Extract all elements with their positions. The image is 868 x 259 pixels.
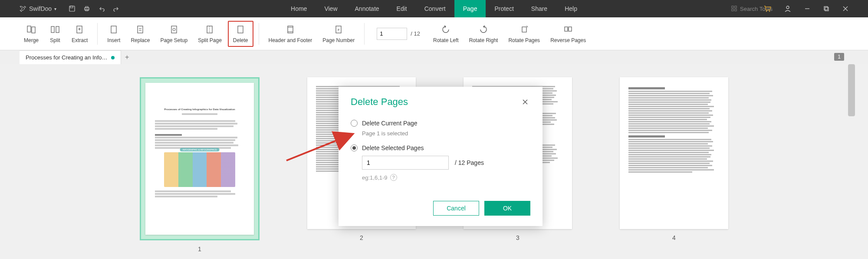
merge-button[interactable]: Merge [20, 22, 43, 46]
page-number-button[interactable]: # Page Number [318, 22, 359, 46]
header-footer-button[interactable]: Header and Footer [264, 22, 317, 46]
page-setup-button[interactable]: Page Setup [156, 22, 192, 46]
header-footer-icon [285, 24, 296, 35]
redo-icon[interactable] [113, 5, 120, 12]
scrollbar-thumb[interactable] [848, 64, 855, 116]
extract-button[interactable]: Extract [67, 22, 92, 46]
menu-share[interactable]: Share [523, 0, 556, 17]
radio-delete-current[interactable]: Delete Current Page [351, 120, 530, 127]
logo-icon: 🕊 [20, 5, 26, 13]
split-icon [50, 24, 60, 35]
svg-rect-20 [56, 26, 59, 33]
radio-icon [351, 120, 358, 127]
cart-icon[interactable] [763, 5, 771, 13]
svg-rect-34 [522, 27, 526, 32]
svg-rect-36 [569, 27, 572, 31]
svg-rect-5 [732, 6, 733, 8]
rotate-right-icon [478, 24, 489, 35]
pages-range-input[interactable] [362, 156, 449, 170]
tab-title: Processes for Creating an Info… [26, 54, 108, 61]
delete-icon [235, 24, 246, 35]
help-icon[interactable]: ? [390, 174, 397, 181]
rotate-left-icon [441, 24, 451, 35]
extract-icon [75, 24, 85, 35]
ok-button[interactable]: OK [484, 201, 530, 216]
svg-rect-7 [732, 9, 733, 11]
vertical-scrollbar[interactable] [848, 64, 855, 255]
menu-home[interactable]: Home [282, 0, 316, 17]
svg-point-9 [766, 11, 767, 12]
total-pages: / 12 [411, 30, 420, 37]
svg-rect-14 [825, 7, 829, 11]
svg-rect-23 [138, 26, 143, 33]
page-label: 1 [198, 246, 201, 252]
delete-button[interactable]: Delete [228, 21, 253, 47]
svg-rect-22 [111, 26, 116, 33]
print-icon[interactable] [83, 5, 90, 12]
undo-icon[interactable] [98, 5, 105, 12]
user-icon[interactable] [784, 5, 791, 12]
svg-rect-18 [32, 27, 35, 33]
unsaved-dot-icon [111, 56, 115, 59]
separator [259, 23, 259, 45]
svg-text:#: # [338, 28, 340, 32]
svg-point-11 [786, 6, 789, 9]
pages-example: eg:1,6,1-9 [362, 174, 388, 181]
menu-protect[interactable]: Protect [486, 0, 522, 17]
svg-rect-35 [565, 27, 568, 31]
titlebar: 🕊 SwifDoo ▾ Home View Annotate Edit Conv… [0, 0, 868, 17]
svg-rect-1 [70, 6, 73, 8]
split-page-icon [204, 24, 215, 35]
rotate-pages-button[interactable]: Rotate Pages [504, 22, 544, 46]
split-button[interactable]: Split [45, 22, 66, 46]
app-logo: 🕊 SwifDoo ▾ [20, 5, 56, 13]
page-label: 4 [672, 234, 676, 241]
save-icon[interactable] [69, 5, 76, 12]
rotate-left-button[interactable]: Rotate Left [429, 22, 463, 46]
close-icon[interactable] [842, 6, 848, 12]
svg-rect-28 [238, 26, 243, 33]
page-label: 2 [360, 234, 363, 241]
page-thumb-1[interactable]: Processes of Creating Infographics for D… [140, 77, 260, 252]
app-name: SwifDoo [29, 5, 52, 12]
menu-edit[interactable]: Edit [388, 0, 416, 17]
svg-rect-6 [735, 6, 736, 8]
dialog-close-button[interactable] [520, 97, 530, 107]
current-page-input[interactable] [377, 28, 407, 40]
merge-icon [26, 24, 36, 35]
app-dropdown-icon[interactable]: ▾ [54, 7, 56, 11]
page-indicator-badge: 1 [834, 53, 844, 61]
minimize-icon[interactable] [804, 6, 810, 12]
insert-icon [108, 24, 119, 35]
page-setup-icon [169, 24, 179, 35]
menu-view[interactable]: View [316, 0, 346, 17]
insert-button[interactable]: Insert [103, 22, 125, 46]
add-tab-button[interactable]: + [121, 50, 133, 64]
menu-help[interactable]: Help [556, 0, 586, 17]
svg-rect-24 [171, 26, 177, 33]
menu-page[interactable]: Page [454, 0, 486, 17]
rotate-right-button[interactable]: Rotate Right [465, 22, 503, 46]
split-page-button[interactable]: Split Page [194, 22, 226, 46]
svg-point-25 [173, 28, 175, 31]
document-tab[interactable]: Processes for Creating an Info… [20, 50, 121, 64]
grid-icon [731, 6, 737, 12]
svg-rect-17 [27, 26, 31, 32]
reverse-pages-button[interactable]: Reverse Pages [546, 22, 590, 46]
svg-point-10 [769, 11, 770, 12]
document-tabbar: Processes for Creating an Info… + 1 [0, 50, 868, 64]
cancel-button[interactable]: Cancel [433, 201, 479, 216]
menu-annotate[interactable]: Annotate [346, 0, 388, 17]
radio-delete-selected[interactable]: Delete Selected Pages [351, 144, 530, 151]
rotate-pages-icon [519, 24, 529, 35]
radio-current-sub: Page 1 is selected [362, 130, 530, 137]
replace-button[interactable]: Replace [126, 22, 154, 46]
menubar: Home View Annotate Edit Convert Page Pro… [282, 0, 586, 17]
reverse-pages-icon [563, 24, 573, 35]
page-thumb-4[interactable]: 4 [620, 77, 728, 241]
maximize-icon[interactable] [823, 6, 829, 12]
svg-rect-8 [735, 9, 736, 11]
page-label: 3 [516, 234, 519, 241]
svg-rect-19 [51, 26, 54, 33]
menu-convert[interactable]: Convert [416, 0, 454, 17]
